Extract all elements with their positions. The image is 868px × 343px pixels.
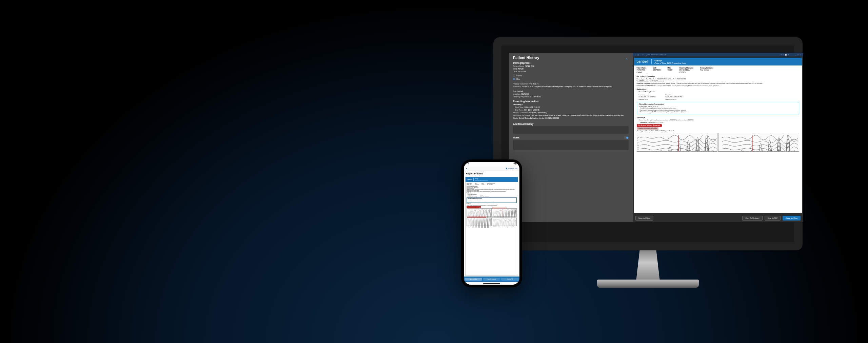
notes-input[interactable]	[513, 140, 629, 150]
ordering-physician-row: Ordering Physician: DR. CERIBELL	[513, 95, 629, 98]
radio-male[interactable]	[513, 78, 515, 80]
brand-clarity: clarity Point of Care EEG Procedure Note	[651, 59, 686, 64]
rec-info-heading: Recording Information:	[637, 75, 799, 78]
phone-doc-body: Patient NamePETER POE DOB03/07/1995 MRN7…	[466, 182, 518, 275]
demographics-heading: Demographics:	[513, 62, 629, 64]
phone-button-bar: Agree And Sign Copy To Clipboard Save As…	[464, 277, 519, 282]
primary-indication-row: Primary Indication: Prior Seizure	[513, 82, 629, 85]
patient-name-row: Patient Name: PETER POE	[513, 65, 629, 68]
monitor-frame: Patient History ✎ Demographics: Patient …	[493, 37, 803, 250]
brand-ceribell: ceribell	[637, 60, 649, 63]
meta-row: Patient NamePETER POECeribell DOB03/07/1…	[637, 67, 799, 74]
radio-female[interactable]	[513, 75, 515, 77]
tool-icon-2[interactable]: □	[783, 54, 784, 56]
summary-row: Summary: PETER POE is a 29 year old male…	[513, 85, 629, 88]
close-icon[interactable]: ✕	[800, 54, 801, 56]
phone-document[interactable]: ceribell clarity Point of Care EEG Proce…	[465, 177, 518, 276]
phone-header: Report Preview	[464, 171, 519, 176]
start-time-row: Start Time: 2024-10-01 15:01:07	[513, 106, 629, 109]
additional-history-input[interactable]	[513, 126, 629, 134]
duration-row: Total EEG Duration: 04:35:58 (276 minute…	[513, 111, 629, 114]
seizure-sub-badge: Continuous Seizures Suspected	[637, 127, 659, 130]
menu-icon[interactable]: ☰	[635, 54, 636, 56]
eeg-strips: Bedside alert L FpL FL TL OL R FpR TR OR	[637, 133, 799, 152]
panel-title: Patient History	[513, 56, 629, 60]
technique-row: Recording Technique: This EEG was obtain…	[513, 114, 629, 119]
edit-icon[interactable]: ✎	[626, 58, 629, 61]
save-as-pdf-button[interactable]: Save As PDF	[765, 216, 781, 221]
filename-label: ceribell-eeg-0164-0000004644-abff034ad46	[640, 54, 667, 56]
agree-and-sign-button[interactable]: Agree And Sign	[783, 216, 801, 221]
document-panel: ☰ ▦ ceribell-eeg-0164-0000004644-abff034…	[633, 53, 803, 222]
correlation-box: Clinical Correlation/Impression: Total t…	[637, 102, 799, 114]
notes-toggle[interactable]	[624, 136, 629, 139]
phone-statusbar: 4:41 •ıl ⚫	[464, 162, 519, 166]
phone-save-as-pdf-button[interactable]: Save As PDF	[501, 278, 519, 281]
tool-icon-1[interactable]: ⊞	[781, 54, 782, 56]
desktop-monitor: Patient History ✎ Demographics: Patient …	[493, 37, 803, 288]
additional-history-heading: Additional History	[513, 123, 629, 125]
phone-signal-icons: •ıl ⚫	[513, 163, 517, 166]
document-titlebar: ☰ ▦ ceribell-eeg-0164-0000004644-abff034…	[633, 53, 803, 56]
phone-time: 4:41	[467, 163, 469, 166]
phone-title-right[interactable]: 👤 Save And Close	[506, 168, 517, 169]
seizure-badge: Continuous Seizures Suspected	[637, 124, 662, 127]
document-body: ceribell clarity Point of Care EEG Proce…	[634, 58, 802, 213]
dob-row: DOB: 03/07/1995	[513, 70, 629, 73]
patient-history-panel: Patient History ✎ Demographics: Patient …	[509, 53, 633, 222]
medications-heading: Medications:	[637, 88, 799, 91]
grid-icon[interactable]: ▦	[637, 54, 639, 56]
phone-doc-header: ceribell clarity Point of Care EEG Proce…	[466, 177, 518, 182]
phone-agree-and-sign-button[interactable]: Agree And Sign	[465, 278, 482, 281]
phone-titlebar: ◀ 👤 Save And Close	[464, 166, 519, 171]
sex-female-row[interactable]: Female	[513, 74, 629, 77]
monitor-stand	[597, 250, 699, 288]
site-row: Site: Ceribell	[513, 90, 629, 93]
tool-icon-3[interactable]: ⬜	[785, 54, 787, 56]
minimize-icon[interactable]: ⎯	[795, 54, 796, 56]
button-bar: Save And Close Copy To Clipboard Save As…	[633, 214, 803, 222]
findings-heading: Findings	[637, 116, 799, 119]
phone-home-indicator[interactable]	[464, 282, 519, 285]
recording-1-label: Recording 1	[513, 103, 629, 106]
document-header: ceribell clarity Point of Care EEG Proce…	[634, 58, 802, 65]
eeg-strip-1[interactable]: Bedside alert L FpL FL TL OL R FpR TR OR	[637, 133, 718, 152]
phone-shadow	[468, 288, 515, 301]
tool-icon-4[interactable]: ☒	[788, 54, 789, 56]
phone-device: 4:41 •ıl ⚫ ◀ 👤 Save And Close Report Pre…	[461, 159, 522, 287]
eeg-strip-2[interactable]: Continuous Seizures Suspected	[718, 133, 799, 152]
phone-screen: 4:41 •ıl ⚫ ◀ 👤 Save And Close Report Pre…	[464, 162, 519, 285]
monitor-screen: Patient History ✎ Demographics: Patient …	[509, 53, 803, 222]
end-time-row: End Time: 2024-10-01 19:37:05	[513, 109, 629, 111]
document-content: Patient NamePETER POECeribell DOB03/07/1…	[634, 65, 802, 153]
recording-info-heading: Recording Information:	[513, 100, 629, 102]
maximize-icon[interactable]: ☐	[797, 54, 799, 56]
sex-male-row[interactable]: Male	[513, 78, 629, 80]
location-row: Location: ICU/NICU	[513, 93, 629, 95]
copy-to-clipboard-button[interactable]: Copy To Clipboard	[742, 216, 762, 221]
phone-back-button[interactable]: ◀	[466, 168, 467, 169]
phone-copy-to-clipboard-button[interactable]: Copy To Clipboard	[483, 278, 500, 281]
save-and-close-button[interactable]: Save And Close	[635, 216, 654, 221]
mrn-row: MRN: 797639	[513, 68, 629, 70]
notes-heading: Notes	[513, 136, 629, 139]
